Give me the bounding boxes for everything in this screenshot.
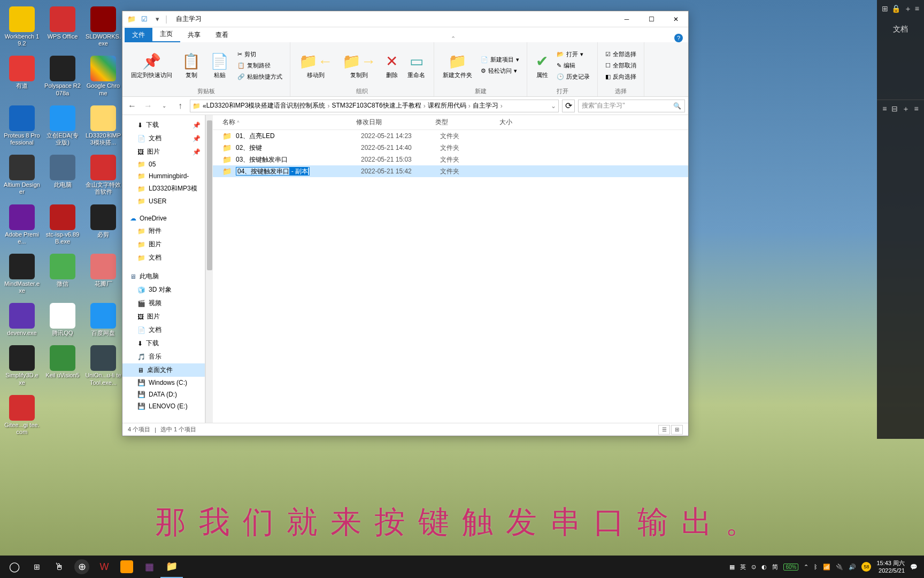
sidebar-item[interactable]: 🎬视频 <box>122 296 205 310</box>
up-button[interactable]: ↑ <box>174 100 187 112</box>
desktop-icon[interactable]: 有道 <box>3 55 41 97</box>
pin-to-quick-access-button[interactable]: 📌固定到快速访问 <box>128 44 175 86</box>
start-button[interactable]: ◯ <box>3 556 26 578</box>
sidebar-item[interactable]: 🎵音乐 <box>122 350 205 363</box>
tray-chevron-icon[interactable]: ⌃ <box>804 564 808 571</box>
qa-save-icon[interactable]: ☑ <box>140 14 149 24</box>
rename-input[interactable]: 04、按键触发串口 - 副本 <box>236 167 310 176</box>
history-button[interactable]: 🕒历史记录 <box>555 72 592 82</box>
taskbar-app[interactable]: ⊕ <box>74 559 89 574</box>
qa-dropdown-icon[interactable]: ▾ <box>152 14 162 24</box>
desktop-icon[interactable]: UniOn...u-li teTool.exe... <box>84 344 122 387</box>
refresh-button[interactable]: ⟳ <box>562 100 575 112</box>
desktop-icon[interactable]: Simplify3D.e xe <box>3 344 41 387</box>
breadcrumb-item[interactable]: 课程所用代码 <box>428 101 466 110</box>
panel-plus2-icon[interactable]: ＋ <box>902 104 910 114</box>
sidebar-item[interactable]: 💾DATA (D:) <box>122 389 205 400</box>
desktop-icon[interactable]: stc-isp-v6.89B.exe <box>43 203 82 246</box>
desktop-icon[interactable]: 立创EDA(专业版) <box>43 104 82 147</box>
panel-lock-icon[interactable]: 🔒 <box>891 4 900 14</box>
breadcrumb-item[interactable]: STM32F103C8T6快速上手教程 <box>332 101 421 110</box>
paste-shortcut-button[interactable]: 🔗粘贴快捷方式 <box>235 72 284 82</box>
sidebar-onedrive[interactable]: ☁OneDrive <box>122 212 205 224</box>
sidebar-item[interactable]: 📄文档 <box>122 323 205 337</box>
desktop-icon[interactable]: Workbench 19.2 <box>3 5 41 48</box>
desktop-icon[interactable]: SLDWORKS.exe <box>84 5 122 48</box>
open-button[interactable]: 📂打开 ▾ <box>555 49 592 59</box>
column-date[interactable]: 修改日期 <box>356 118 435 127</box>
sidebar-item[interactable]: 📄文档📌 <box>122 132 205 145</box>
sidebar-item[interactable]: 🖼图片 <box>122 310 205 323</box>
column-name[interactable]: 名称 ^ <box>222 118 356 127</box>
easy-access-button[interactable]: ⚙轻松访问 ▾ <box>479 66 521 76</box>
panel-more2-icon[interactable]: ≡ <box>914 104 919 114</box>
sidebar-item[interactable]: 💾LENOVO (E:) <box>122 400 205 412</box>
tab-file[interactable]: 文件 <box>125 28 152 42</box>
new-item-button[interactable]: 📄新建项目 ▾ <box>479 55 521 65</box>
desktop-icon[interactable]: Google Chrome <box>84 55 122 97</box>
panel-list-icon[interactable]: ≡ <box>882 104 887 114</box>
taskbar-app[interactable]: ▦ <box>138 556 160 578</box>
sidebar-item[interactable]: 📁LD3320和MP3模 <box>122 182 205 195</box>
sidebar-item[interactable]: 📁Hummingbird- <box>122 170 205 182</box>
desktop-icon[interactable]: 微信 <box>43 253 82 295</box>
select-all-button[interactable]: ☑全部选择 <box>603 49 638 59</box>
panel-alt-icon[interactable]: ⊟ <box>891 104 898 114</box>
tray-app-icon[interactable]: ▦ <box>729 564 735 571</box>
file-row[interactable]: 📁02、按键2022-05-21 14:40文件夹 <box>213 142 688 154</box>
search-input[interactable]: 搜索"自主学习" 🔍 <box>578 100 685 112</box>
file-row[interactable]: 📁01、点亮LED2022-05-21 14:23文件夹 <box>213 130 688 142</box>
sidebar-item[interactable]: 🖼图片📌 <box>122 145 205 158</box>
desktop-icon[interactable]: Keil uVision5 <box>43 344 82 387</box>
taskbar-app[interactable]: W <box>93 556 116 578</box>
panel-plus-icon[interactable]: ＋ <box>904 4 912 14</box>
desktop-icon[interactable]: 此电脑 <box>43 154 82 196</box>
invert-selection-button[interactable]: ◧反向选择 <box>603 72 638 82</box>
taskbar-explorer[interactable]: 📁 <box>160 556 183 578</box>
select-none-button[interactable]: ☐全部取消 <box>603 60 638 71</box>
task-view-button[interactable]: ⊞ <box>26 556 48 578</box>
recent-dropdown[interactable]: ⌄ <box>158 100 171 112</box>
icons-view-button[interactable]: ⊞ <box>671 425 683 435</box>
panel-more-icon[interactable]: ≡ <box>915 4 919 14</box>
sidebar-item[interactable]: 🖥桌面文件 <box>122 363 205 377</box>
taskbar-app[interactable] <box>120 560 133 573</box>
tab-home[interactable]: 主页 <box>152 27 180 42</box>
desktop-icon[interactable]: WPS Office <box>43 5 82 48</box>
desktop-icon[interactable]: Altium Designer <box>3 154 41 196</box>
sidebar-item[interactable]: 📁文档 <box>122 251 205 264</box>
desktop-icon[interactable]: devenv.exe <box>3 302 41 338</box>
battery-indicator[interactable]: 60% <box>783 564 798 571</box>
column-type[interactable]: 类型 <box>435 118 499 127</box>
file-row[interactable]: 📁03、按键触发串口2022-05-21 15:03文件夹 <box>213 154 688 165</box>
edit-button[interactable]: ✎编辑 <box>555 60 592 71</box>
desktop-icon[interactable]: 百度网盘 <box>84 302 122 338</box>
rename-button[interactable]: ▭重命名 <box>404 44 428 86</box>
forward-button[interactable]: → <box>142 100 155 112</box>
sidebar-item[interactable]: 📁05 <box>122 158 205 170</box>
desktop-icon[interactable]: 腾讯QQ <box>43 302 82 338</box>
new-folder-button[interactable]: 📁新建文件夹 <box>440 44 475 86</box>
panel-grid-icon[interactable]: ⊞ <box>882 4 888 14</box>
taskbar-app[interactable]: 🖱 <box>48 556 71 578</box>
breadcrumb-item[interactable]: LD3320和MP3模块搭建语音识别控制系统 <box>206 101 326 110</box>
properties-button[interactable]: ✔属性 <box>533 44 551 86</box>
desktop-icon[interactable]: Gitee...gi tee.com <box>3 394 41 437</box>
desktop-icon[interactable]: 必剪 <box>84 203 122 246</box>
desktop-icon[interactable]: Polyspace R2078a <box>43 55 82 97</box>
ime-indicator[interactable]: 英 <box>740 563 746 571</box>
desktop-icon[interactable]: 花瓣厂 <box>84 253 122 295</box>
sidebar-item[interactable]: 🧊3D 对象 <box>122 283 205 296</box>
sidebar-scrollbar[interactable] <box>205 115 213 423</box>
desktop-icon[interactable]: Proteus 8 Professional <box>3 104 41 147</box>
wifi-icon[interactable]: 📶 <box>823 564 830 571</box>
tab-view[interactable]: 查看 <box>208 28 236 42</box>
copy-path-button[interactable]: 📋复制路径 <box>235 60 284 71</box>
sidebar-item[interactable]: 📁图片 <box>122 238 205 251</box>
breadcrumb-item[interactable]: 自主学习 <box>473 101 498 110</box>
sidebar-item[interactable]: ⬇下载📌 <box>122 118 205 132</box>
help-button[interactable]: ? <box>674 34 683 42</box>
desktop-icon[interactable]: MindMaster.exe <box>3 253 41 295</box>
sidebar-item[interactable]: 📁USER <box>122 195 205 207</box>
power-icon[interactable]: 🔌 <box>836 564 843 571</box>
